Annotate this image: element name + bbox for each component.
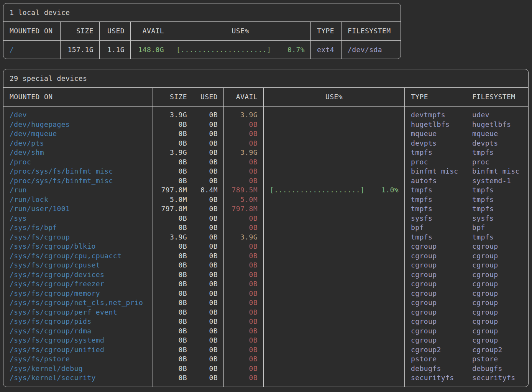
cell-used: 0B	[193, 336, 223, 345]
cell-avail: 5.0M	[224, 195, 263, 205]
cell-filesystem: securityfs	[466, 373, 528, 383]
cell-filesystem: cgroup	[466, 242, 528, 251]
header-use: USE%	[264, 88, 405, 106]
usage-percent: 0.7%	[287, 41, 305, 59]
cell-avail: 0B	[224, 270, 263, 280]
cell-avail: 3.9G	[224, 110, 263, 120]
column-filesystem: udevhugetlbfsmqueuedevptstmpfsprocbinfmt…	[466, 107, 528, 387]
cell-filesystem: proc	[466, 157, 528, 167]
cell-mounted-on: /sys/fs/cgroup/unified	[3, 345, 153, 355]
cell-type: cgroup2	[405, 345, 466, 355]
cell-filesystem: cgroup	[466, 298, 528, 308]
cell-avail: 0B	[224, 261, 263, 270]
cell-mounted-on: /dev/mqueue	[3, 129, 153, 139]
local-devices-header-row: MOUNTED ONSIZEUSEDAVAILUSE%TYPEFILESYSTE…	[3, 22, 401, 41]
cell-avail: 3.9G	[224, 148, 263, 157]
cell-type: pstore	[405, 354, 466, 364]
cell-use-percent	[264, 308, 404, 317]
cell-avail: 0B	[224, 157, 263, 167]
cell-size: 0B	[153, 308, 193, 317]
cell-use-percent	[264, 176, 404, 186]
cell-filesystem: pstore	[466, 354, 528, 364]
header-filesystem: FILESYSTEM	[466, 88, 528, 106]
cell-type: cgroup	[405, 326, 466, 336]
local-devices-body: /157.1G1.1G148.0G[....................]0…	[3, 41, 401, 59]
cell-use-percent	[264, 204, 404, 214]
header-size: SIZE	[153, 88, 193, 106]
cell-used: 0B	[193, 251, 223, 261]
cell-used: 0B	[193, 120, 223, 130]
cell-use-percent	[264, 242, 404, 251]
cell-size: 0B	[153, 176, 193, 186]
cell-avail: 0B	[224, 279, 263, 289]
cell-mounted-on: /dev/shm	[3, 148, 153, 157]
column-avail: 3.9G0B0B0B3.9G0B0B0B789.5M5.0M797.8M0B0B…	[224, 107, 264, 387]
header-used: USED	[100, 22, 131, 40]
cell-used: 0B	[193, 195, 223, 205]
special-devices-title: 29 special devices	[3, 69, 528, 88]
cell-used: 0B	[193, 308, 223, 317]
cell-filesystem: cgroup	[466, 270, 528, 280]
cell-use-percent	[264, 223, 404, 233]
cell-mounted-on: /sys/fs/cgroup/memory	[3, 289, 153, 299]
cell-type: proc	[405, 157, 466, 167]
cell-type: bpf	[405, 223, 466, 233]
cell-filesystem: debugfs	[466, 364, 528, 374]
cell-filesystem: cgroup	[466, 251, 528, 261]
cell-mounted-on: /sys/kernel/security	[3, 373, 153, 383]
cell-use-percent	[264, 373, 404, 383]
cell-avail: 3.9G	[224, 233, 263, 242]
cell-filesystem: tmpfs	[466, 185, 528, 195]
cell-size: 0B	[153, 214, 193, 223]
cell-filesystem: sysfs	[466, 214, 528, 223]
cell-filesystem: cgroup	[466, 317, 528, 326]
cell-used: 0B	[193, 289, 223, 299]
cell-avail: 0B	[224, 129, 263, 139]
cell-use-percent: [....................]1.0%	[264, 185, 404, 195]
cell-use-percent	[264, 214, 404, 223]
column-mounted-on: /	[3, 41, 61, 59]
cell-avail: 0B	[224, 373, 263, 383]
special-devices-panel: 29 special devices MOUNTED ONSIZEUSEDAVA…	[3, 69, 529, 387]
cell-mounted-on: /dev/hugepages	[3, 120, 153, 130]
cell-mounted-on: /sys/fs/cgroup/cpu,cpuacct	[3, 251, 153, 261]
cell-type: cgroup	[405, 261, 466, 270]
cell-use-percent	[264, 270, 404, 280]
usage-bar: [....................]	[176, 41, 271, 59]
cell-use-percent	[264, 279, 404, 289]
cell-avail: 0B	[224, 354, 263, 364]
cell-size: 797.8M	[153, 185, 193, 195]
cell-mounted-on: /proc/sys/fs/binfmt_misc	[3, 176, 153, 186]
cell-filesystem: devpts	[466, 139, 528, 148]
cell-size: 0B	[153, 279, 193, 289]
cell-filesystem: bpf	[466, 223, 528, 233]
cell-used: 0B	[193, 326, 223, 336]
cell-type: mqueue	[405, 129, 466, 139]
cell-size: 0B	[153, 345, 193, 355]
cell-use-percent	[264, 167, 404, 176]
cell-type: cgroup	[405, 289, 466, 299]
cell-mounted-on: /sys/fs/bpf	[3, 223, 153, 233]
cell-used: 0B	[193, 298, 223, 308]
cell-filesystem: cgroup	[466, 308, 528, 317]
cell-mounted-on: /sys/fs/cgroup/freezer	[3, 279, 153, 289]
cell-avail: 148.0G	[131, 41, 170, 59]
cell-type: cgroup	[405, 317, 466, 326]
cell-type: binfmt_misc	[405, 167, 466, 176]
cell-used: 0B	[193, 139, 223, 148]
cell-mounted-on: /sys/fs/cgroup/cpuset	[3, 261, 153, 270]
cell-use-percent	[264, 157, 404, 167]
cell-use-percent	[264, 317, 404, 326]
cell-filesystem: tmpfs	[466, 233, 528, 242]
cell-filesystem: mqueue	[466, 129, 528, 139]
cell-mounted-on: /proc	[3, 157, 153, 167]
cell-filesystem: udev	[466, 110, 528, 120]
cell-filesystem: cgroup2	[466, 345, 528, 355]
cell-use-percent	[264, 345, 404, 355]
cell-type: cgroup	[405, 270, 466, 280]
cell-filesystem: systemd-1	[466, 176, 528, 186]
cell-avail: 0B	[224, 317, 263, 326]
cell-used: 0B	[193, 204, 223, 214]
cell-size: 0B	[153, 326, 193, 336]
cell-mounted-on: /dev	[3, 110, 153, 120]
